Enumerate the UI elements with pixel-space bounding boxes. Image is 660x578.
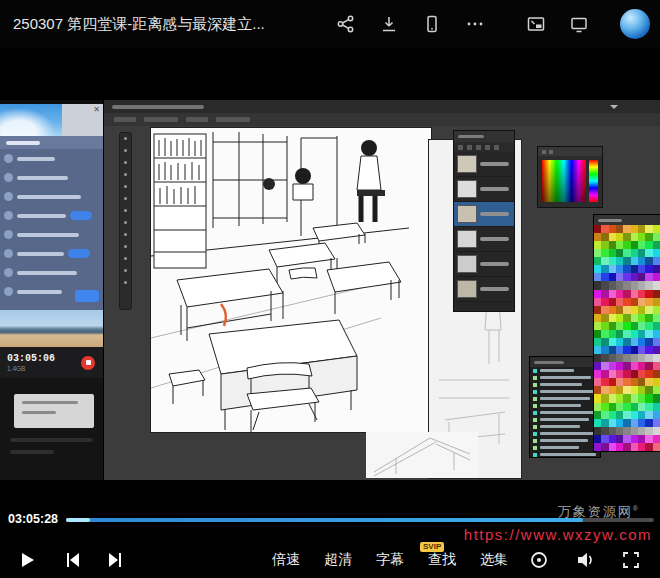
palette-cell	[594, 362, 601, 370]
checklist-text-bar	[540, 432, 597, 435]
palette-cell	[616, 298, 623, 306]
palette-cell	[631, 257, 638, 265]
palette-cell	[623, 411, 630, 419]
video-stage[interactable]: ✕ 03:05:06 1.4GB	[0, 48, 660, 578]
more-icon[interactable]	[465, 14, 485, 34]
palette-cell	[653, 314, 660, 322]
fullscreen-icon[interactable]	[620, 549, 642, 571]
close-icon: ✕	[93, 105, 100, 115]
volume-icon[interactable]	[574, 549, 596, 571]
recorded-desktop: ✕ 03:05:06 1.4GB	[0, 100, 660, 480]
chat-list	[0, 149, 103, 301]
play-button[interactable]	[16, 549, 38, 571]
palette-cell	[601, 419, 608, 427]
check-icon	[533, 404, 537, 408]
next-button[interactable]	[104, 549, 126, 571]
palette-cell	[631, 241, 638, 249]
palette-cell	[609, 233, 616, 241]
chat-row	[0, 263, 103, 282]
palette-cell	[609, 298, 616, 306]
episodes-button[interactable]: 选集	[480, 551, 508, 569]
hue-bar	[589, 160, 598, 202]
palette-cell	[623, 273, 630, 281]
palette-cell	[601, 233, 608, 241]
previous-button[interactable]	[62, 549, 84, 571]
palette-cell	[609, 411, 616, 419]
palette-cell	[638, 378, 645, 386]
palette-cell	[594, 354, 601, 362]
palette-cell	[653, 249, 660, 257]
recording-time: 03:05:06	[7, 353, 55, 364]
palette-cell	[594, 394, 601, 402]
palette-cell	[623, 427, 630, 435]
check-icon	[533, 411, 537, 415]
palette-cell	[638, 427, 645, 435]
quality-button[interactable]: 超清	[324, 551, 352, 569]
chat-text-bar	[17, 195, 81, 199]
palette-cell	[631, 386, 638, 394]
photoshop-options-bar	[104, 113, 660, 126]
palette-cell	[623, 419, 630, 427]
chat-tag	[70, 211, 92, 220]
palette-cell	[594, 241, 601, 249]
palette-cell	[594, 411, 601, 419]
palette-cell	[623, 346, 630, 354]
palette-cell	[623, 378, 630, 386]
palette-cell	[645, 241, 652, 249]
checklist-row	[530, 402, 600, 409]
palette-cell	[631, 306, 638, 314]
palette-cell	[609, 257, 616, 265]
palette-cell	[616, 273, 623, 281]
palette-cell	[638, 314, 645, 322]
palette-cell	[609, 419, 616, 427]
chat-panel	[0, 136, 103, 310]
palette-cell	[631, 290, 638, 298]
mobile-icon[interactable]	[422, 14, 442, 34]
palette-cell	[645, 419, 652, 427]
find-button[interactable]: SVIP 查找	[428, 551, 456, 569]
chat-avatar	[4, 287, 13, 296]
palette-cell	[653, 362, 660, 370]
tool-icon	[124, 269, 127, 272]
palette-cell	[638, 322, 645, 330]
palette-cell	[638, 435, 645, 443]
palette-cell	[616, 346, 623, 354]
share-icon[interactable]	[336, 14, 356, 34]
record-icon[interactable]	[528, 549, 550, 571]
chat-text-bar	[17, 252, 64, 256]
avatar[interactable]	[620, 9, 650, 39]
palette-cell	[631, 427, 638, 435]
chat-row	[0, 206, 103, 225]
checklist-text-bar	[540, 404, 581, 407]
palette-cell	[609, 386, 616, 394]
palette-cell	[609, 362, 616, 370]
checklist-text-bar	[540, 411, 597, 414]
palette-cell	[653, 419, 660, 427]
palette-cell	[623, 241, 630, 249]
palette-cell	[616, 290, 623, 298]
palette-cell	[623, 322, 630, 330]
collapse-chevron-icon	[610, 105, 618, 109]
layer-row	[454, 277, 514, 302]
palette-cell	[645, 394, 652, 402]
speed-button[interactable]: 倍速	[272, 551, 300, 569]
palette-cell	[601, 443, 608, 451]
palette-cell	[653, 290, 660, 298]
palette-cell	[594, 427, 601, 435]
palette-cell	[631, 435, 638, 443]
palette-cell	[653, 330, 660, 338]
layer-name-bar	[480, 162, 509, 166]
chat-text-bar	[17, 157, 55, 161]
palette-cell	[594, 273, 601, 281]
palette-cell	[594, 298, 601, 306]
palette-cell	[638, 354, 645, 362]
palette-cell	[616, 378, 623, 386]
subtitle-button[interactable]: 字幕	[376, 551, 404, 569]
chat-avatar	[4, 154, 13, 163]
palette-cell	[601, 273, 608, 281]
layers-panel-header	[454, 131, 514, 142]
layer-thumbnail	[457, 155, 477, 173]
download-icon[interactable]	[379, 14, 399, 34]
cast-icon[interactable]	[569, 14, 589, 34]
pip-icon[interactable]	[526, 14, 546, 34]
